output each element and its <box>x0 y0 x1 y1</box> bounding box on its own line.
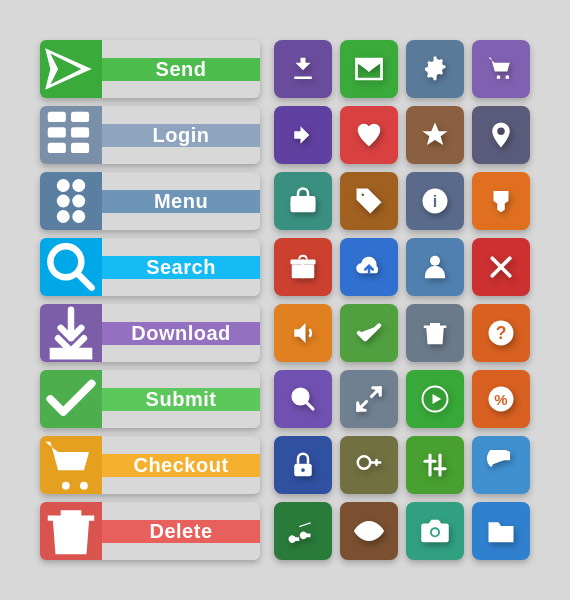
icon-grid: i ? <box>274 40 530 560</box>
svg-rect-0 <box>48 112 66 122</box>
eye-icon-box[interactable] <box>340 502 398 560</box>
svg-rect-4 <box>71 127 89 137</box>
cloud-up-icon-box[interactable] <box>340 238 398 296</box>
svg-text:?: ? <box>496 323 507 343</box>
search-label: Search <box>102 256 260 279</box>
login-icon-area <box>40 106 102 164</box>
star-icon-box[interactable] <box>406 106 464 164</box>
location-icon-box[interactable] <box>472 106 530 164</box>
key-icon-box[interactable] <box>340 436 398 494</box>
expand-icon-box[interactable] <box>340 370 398 428</box>
refresh-icon-box[interactable] <box>472 436 530 494</box>
folder-icon-box[interactable] <box>472 502 530 560</box>
sliders-icon-box[interactable] <box>406 436 464 494</box>
svg-point-8 <box>57 210 70 223</box>
percent-icon-box[interactable]: % <box>472 370 530 428</box>
speaker-icon-box[interactable] <box>274 304 332 362</box>
svg-rect-3 <box>71 112 89 122</box>
delete-button[interactable]: Delete <box>40 502 260 560</box>
gear-icon-box[interactable] <box>406 40 464 98</box>
login-label: Login <box>102 124 260 147</box>
submit-label: Submit <box>102 388 260 411</box>
send-label: Send <box>102 58 260 81</box>
send-button[interactable]: Send <box>40 40 260 98</box>
svg-rect-2 <box>48 143 66 153</box>
magnify-icon-box[interactable] <box>274 370 332 428</box>
svg-point-11 <box>72 210 85 223</box>
svg-rect-5 <box>71 143 89 153</box>
question-icon-box[interactable]: ? <box>472 304 530 362</box>
svg-point-6 <box>57 179 70 192</box>
svg-point-43 <box>365 527 373 535</box>
svg-point-10 <box>72 195 85 208</box>
search-icon-area <box>40 238 102 296</box>
download-icon-area <box>40 304 102 362</box>
svg-point-9 <box>72 179 85 192</box>
svg-point-37 <box>301 468 305 472</box>
gift-icon-box[interactable] <box>274 238 332 296</box>
svg-point-15 <box>80 482 88 490</box>
cart-icon-box[interactable] <box>472 40 530 98</box>
bookmark-down-icon-box[interactable] <box>472 172 530 230</box>
lock-icon-box[interactable] <box>274 436 332 494</box>
checkout-button[interactable]: Checkout <box>40 436 260 494</box>
svg-point-45 <box>432 529 438 535</box>
checkout-icon-area <box>40 436 102 494</box>
login-button[interactable]: Login <box>40 106 260 164</box>
play-icon-box[interactable] <box>406 370 464 428</box>
svg-marker-33 <box>433 394 442 404</box>
submit-icon-area <box>40 370 102 428</box>
submit-button[interactable]: Submit <box>40 370 260 428</box>
arrow-in-icon-box[interactable] <box>274 40 332 98</box>
checkout-label: Checkout <box>102 454 260 477</box>
arrow-right-icon-box[interactable] <box>274 106 332 164</box>
heart-icon-box[interactable] <box>340 106 398 164</box>
briefcase-icon-box[interactable] <box>274 172 332 230</box>
svg-point-23 <box>430 256 440 266</box>
search-button[interactable]: Search <box>40 238 260 296</box>
download-label: Download <box>102 322 260 345</box>
menu-label: Menu <box>102 190 260 213</box>
svg-line-29 <box>306 402 313 409</box>
trash-icon-box[interactable] <box>406 304 464 362</box>
svg-point-14 <box>62 482 70 490</box>
menu-icon-area <box>40 172 102 230</box>
person-icon-box[interactable] <box>406 238 464 296</box>
tag-icon-box[interactable] <box>340 172 398 230</box>
svg-text:%: % <box>494 391 507 408</box>
send-icon-area <box>40 40 102 98</box>
svg-rect-1 <box>48 127 66 137</box>
svg-point-38 <box>358 456 371 469</box>
delete-icon-area <box>40 502 102 560</box>
svg-line-13 <box>77 273 91 287</box>
close-icon-box[interactable] <box>472 238 530 296</box>
button-column: Send Login Menu Search Download <box>40 40 260 560</box>
menu-button[interactable]: Menu <box>40 172 260 230</box>
info-icon-box[interactable]: i <box>406 172 464 230</box>
svg-point-7 <box>57 195 70 208</box>
delete-label: Delete <box>102 520 260 543</box>
music-icon-box[interactable] <box>274 502 332 560</box>
download-button[interactable]: Download <box>40 304 260 362</box>
camera-icon-box[interactable] <box>406 502 464 560</box>
envelope-icon-box[interactable] <box>340 40 398 98</box>
check-icon-box[interactable] <box>340 304 398 362</box>
svg-text:i: i <box>433 192 438 210</box>
